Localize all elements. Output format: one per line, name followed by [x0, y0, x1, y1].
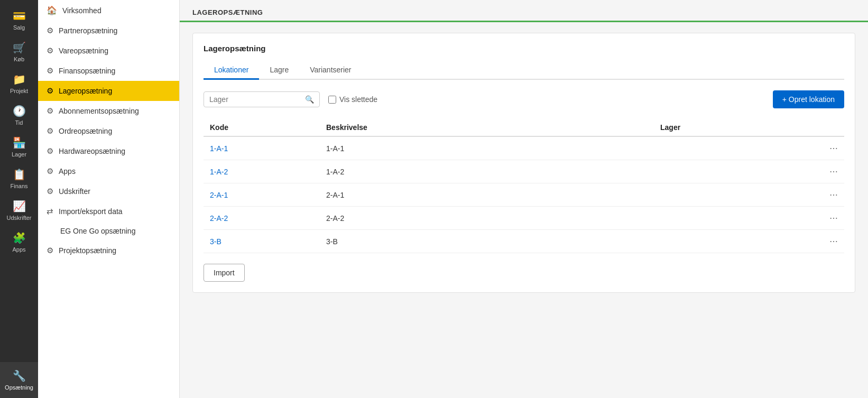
arrows-icon: ⇄: [47, 207, 53, 216]
sidebar-item-projektopsatning[interactable]: ⚙ Projektopsætning: [38, 240, 179, 261]
row-kode[interactable]: 3-B: [204, 230, 320, 253]
nav-finans[interactable]: 📋 Finans: [0, 163, 38, 195]
row-beskrivelse: 1-A-2: [320, 160, 654, 183]
finans-icon: 📋: [13, 168, 26, 181]
page-header: LAGEROPSÆTNING: [180, 0, 868, 22]
gear-icon: ⚙: [47, 246, 53, 255]
sidebar-item-apps[interactable]: ⚙ Apps: [38, 161, 179, 181]
kob-icon: 🛒: [13, 41, 26, 54]
gear-icon: ⚙: [47, 26, 53, 35]
sidebar-ordreopsatning-label: Ordreopsætning: [59, 127, 112, 135]
row-kode[interactable]: 2-A-1: [204, 183, 320, 207]
sidebar-item-lageropsatning[interactable]: ⚙ Lageropsætning: [38, 81, 179, 101]
gear-icon: ⚙: [47, 146, 53, 156]
nav-salg[interactable]: 💳 Salg: [0, 4, 38, 36]
page-title: LAGEROPSÆTNING: [192, 8, 263, 16]
sidebar: 🏠 Virksomhed ⚙ Partneropsætning ⚙ Vareop…: [38, 0, 180, 398]
nav-apps[interactable]: 🧩 Apps: [0, 226, 38, 258]
locations-table: Kode Beskrivelse Lager 1-A-1 1-A-1 ⋯ 1-A…: [204, 119, 844, 253]
show-deleted-label[interactable]: Vis slettede: [328, 95, 377, 104]
row-actions[interactable]: ⋯: [812, 136, 844, 160]
sidebar-item-eg-one-go[interactable]: EG One Go opsætning: [38, 221, 179, 240]
sidebar-vareopsatning-label: Vareopsætning: [59, 47, 108, 55]
nav-tid-label: Tid: [15, 119, 23, 126]
search-icon: 🔍: [305, 95, 314, 104]
sidebar-item-virksomhed[interactable]: 🏠 Virksomhed: [38, 0, 179, 21]
gear-icon: ⚙: [47, 126, 53, 136]
nav-kob-label: Køb: [14, 56, 24, 62]
sidebar-virksomhed-label: Virksomhed: [62, 6, 101, 15]
row-actions[interactable]: ⋯: [812, 207, 844, 230]
row-kode[interactable]: 1-A-1: [204, 136, 320, 160]
row-beskrivelse: 2-A-2: [320, 207, 654, 230]
nav-opsatning[interactable]: 🔧 Opsætning: [0, 362, 38, 398]
projekt-icon: 📁: [13, 73, 26, 86]
nav-apps-label: Apps: [12, 246, 25, 253]
sidebar-item-import-eksport[interactable]: ⇄ Import/eksport data: [38, 201, 179, 221]
sidebar-abonnementsopsatning-label: Abonnementsopsætning: [59, 107, 139, 115]
sidebar-item-ordreopsatning[interactable]: ⚙ Ordreopsætning: [38, 121, 179, 141]
nav-projekt-label: Projekt: [10, 88, 28, 94]
tab-lagre[interactable]: Lagre: [259, 61, 299, 80]
sidebar-item-hardwareopsatning[interactable]: ⚙ Hardwareopsætning: [38, 141, 179, 161]
create-lokation-button[interactable]: + Opret lokation: [773, 90, 844, 108]
nav-kob[interactable]: 🛒 Køb: [0, 36, 38, 68]
table-row: 1-A-1 1-A-1 ⋯: [204, 136, 844, 160]
row-beskrivelse: 2-A-1: [320, 183, 654, 207]
filter-row: 🔍 Vis slettede + Opret lokation: [204, 90, 844, 108]
table-row: 3-B 3-B ⋯: [204, 230, 844, 253]
apps-icon: 🧩: [13, 232, 26, 244]
row-kode[interactable]: 1-A-2: [204, 160, 320, 183]
sidebar-item-vareopsatning[interactable]: ⚙ Vareopsætning: [38, 41, 179, 61]
row-kode[interactable]: 2-A-2: [204, 207, 320, 230]
sidebar-udskrifter-label: Udskrifter: [59, 187, 90, 196]
row-lager: [654, 183, 812, 207]
tab-variantserier[interactable]: Variantserier: [299, 61, 362, 80]
tid-icon: 🕐: [13, 105, 26, 117]
col-beskrivelse: Beskrivelse: [320, 119, 654, 136]
gear-icon: ⚙: [47, 46, 53, 55]
table-row: 2-A-2 2-A-2 ⋯: [204, 207, 844, 230]
tab-lokationer[interactable]: Lokationer: [204, 61, 259, 80]
row-lager: [654, 136, 812, 160]
sidebar-finansopsatning-label: Finansopsætning: [59, 67, 115, 75]
sidebar-item-partneropsatning[interactable]: ⚙ Partneropsætning: [38, 21, 179, 41]
table-row: 2-A-1 2-A-1 ⋯: [204, 183, 844, 207]
table-row: 1-A-2 1-A-2 ⋯: [204, 160, 844, 183]
col-actions: [812, 119, 844, 136]
row-lager: [654, 230, 812, 253]
sidebar-projektopsatning-label: Projektopsætning: [59, 246, 116, 255]
sidebar-item-abonnementsopsatning[interactable]: ⚙ Abonnementsopsætning: [38, 101, 179, 121]
row-actions[interactable]: ⋯: [812, 230, 844, 253]
row-actions[interactable]: ⋯: [812, 160, 844, 183]
row-lager: [654, 207, 812, 230]
search-box[interactable]: 🔍: [204, 91, 320, 107]
show-deleted-checkbox[interactable]: [328, 96, 336, 104]
sidebar-item-finansopsatning[interactable]: ⚙ Finansopsætning: [38, 61, 179, 81]
sidebar-item-udskrifter[interactable]: ⚙ Udskrifter: [38, 181, 179, 201]
nav-opsatning-label: Opsætning: [5, 384, 33, 391]
col-kode: Kode: [204, 119, 320, 136]
card: Lageropsætning Lokationer Lagre Variants…: [192, 33, 855, 293]
gear-icon: ⚙: [47, 86, 53, 96]
sidebar-apps-label: Apps: [59, 167, 76, 175]
icon-nav: 💳 Salg 🛒 Køb 📁 Projekt 🕐 Tid 🏪 Lager 📋 F…: [0, 0, 38, 398]
row-beskrivelse: 1-A-1: [320, 136, 654, 160]
row-actions[interactable]: ⋯: [812, 183, 844, 207]
sidebar-import-eksport-label: Import/eksport data: [59, 207, 123, 216]
gear-icon: ⚙: [47, 66, 53, 76]
col-lager: Lager: [654, 119, 812, 136]
nav-projekt[interactable]: 📁 Projekt: [0, 68, 38, 99]
nav-lager[interactable]: 🏪 Lager: [0, 131, 38, 163]
nav-udskrifter[interactable]: 📈 Udskrifter: [0, 195, 38, 226]
sidebar-hardwareopsatning-label: Hardwareopsætning: [59, 147, 125, 155]
nav-tid[interactable]: 🕐 Tid: [0, 99, 38, 131]
import-button[interactable]: Import: [204, 264, 245, 282]
gear-icon: ⚙: [47, 106, 53, 116]
row-lager: [654, 160, 812, 183]
salg-icon: 💳: [13, 10, 26, 22]
nav-lager-label: Lager: [12, 151, 26, 158]
search-input[interactable]: [209, 95, 301, 104]
gear-icon: ⚙: [47, 187, 53, 196]
gear-icon: ⚙: [47, 166, 53, 176]
